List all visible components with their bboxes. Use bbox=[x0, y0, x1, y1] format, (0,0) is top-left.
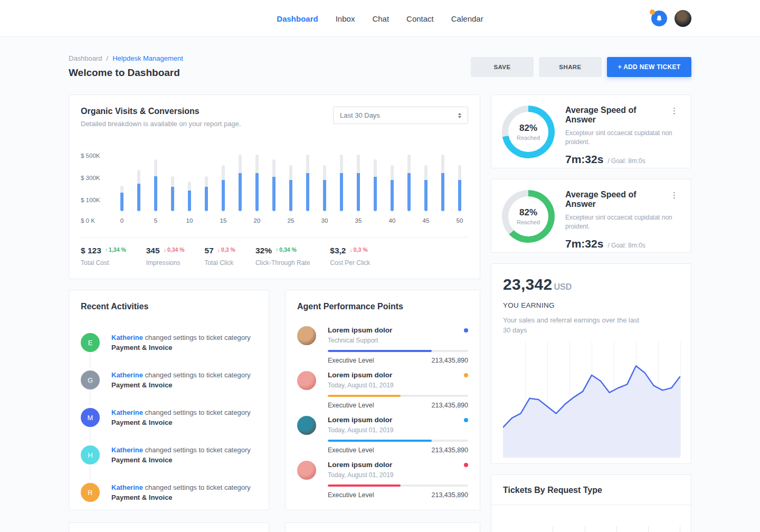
date-range-select[interactable]: Last 30 Days bbox=[333, 107, 468, 124]
bar-total bbox=[323, 165, 326, 211]
agent-name: Lorem ipsum dolor bbox=[328, 326, 392, 334]
user-avatar[interactable] bbox=[674, 10, 691, 27]
organic-stats-row: $ 123↑1,34 %Total Cost345↓0,34 %Impressi… bbox=[81, 237, 468, 267]
nav-item-contact[interactable]: Contact bbox=[406, 14, 434, 23]
recent-activities-card: Recent Activities EKatherine changed set… bbox=[69, 290, 269, 510]
activity-user-link[interactable]: Katherine bbox=[111, 483, 143, 491]
status-dot bbox=[464, 373, 468, 377]
bar-chart-y-axis: $ 500K$ 300K$ 100K$ 0 K bbox=[81, 141, 113, 226]
agent-name: Lorem ipsum dolor bbox=[328, 461, 392, 469]
earnings-label: YOU EARNING bbox=[503, 301, 679, 309]
stat-label: Click-Through Rate bbox=[255, 259, 310, 267]
share-button[interactable]: SHARE bbox=[539, 57, 602, 77]
activity-item: MKatherine changed settings to ticket ca… bbox=[81, 407, 257, 428]
notifications-button[interactable] bbox=[651, 11, 667, 26]
agent-subtitle: Technical Support bbox=[328, 337, 468, 344]
earnings-gridline bbox=[680, 341, 681, 454]
activity-text: Katherine changed settings to ticket cat… bbox=[111, 482, 251, 502]
bar-value bbox=[154, 176, 157, 211]
agent-points: 213,435,890 bbox=[431, 491, 468, 499]
activity-target: Payment & Invoice bbox=[111, 343, 251, 353]
arrow-down-icon: ↓ bbox=[164, 246, 166, 253]
agent-progress-track bbox=[328, 395, 468, 397]
agent-level-label: Executive Level bbox=[328, 491, 374, 499]
save-button[interactable]: SAVE bbox=[471, 57, 534, 77]
bar-value bbox=[120, 193, 124, 211]
agent-item: Lorem ipsum dolorToday, August 01, 2019E… bbox=[297, 416, 468, 454]
tickets-by-request-type-card: Tickets By Request Type bbox=[491, 474, 691, 532]
nav-item-dashboard[interactable]: Dashboard bbox=[277, 14, 318, 23]
agent-points: 213,435,890 bbox=[431, 357, 468, 364]
bar-value bbox=[239, 173, 242, 211]
agent-progress-fill bbox=[328, 395, 401, 397]
agent-progress-fill bbox=[328, 350, 432, 352]
earnings-area-chart bbox=[503, 341, 679, 458]
bar-value bbox=[255, 173, 259, 211]
agent-performance-list: Lorem ipsum dolorTechnical SupportExecut… bbox=[297, 326, 468, 499]
bar-total bbox=[441, 155, 444, 211]
bar-total bbox=[340, 155, 343, 211]
activity-target: Payment & Invoice bbox=[111, 455, 251, 465]
agent-name: Lorem ipsum dolor bbox=[328, 416, 392, 424]
stat-delta-value: 0,34 % bbox=[279, 246, 297, 253]
activity-user-link[interactable]: Katherine bbox=[111, 371, 143, 379]
stat-block: $3,2↓0,3 %Cost Per Click bbox=[330, 246, 370, 267]
stat-delta: ↑0,34 % bbox=[276, 246, 297, 253]
bar-total bbox=[306, 155, 309, 211]
organic-bar-chart: $ 500K$ 300K$ 100K$ 0 K 0510152025303540… bbox=[81, 141, 468, 226]
y-axis-tick: $ 100K bbox=[81, 197, 100, 203]
agent-name: Lorem ipsum dolor bbox=[328, 371, 392, 379]
tickets-gridline bbox=[680, 526, 680, 532]
arrow-down-icon: ↓ bbox=[349, 246, 352, 253]
activity-user-link[interactable]: Katherine bbox=[111, 334, 143, 341]
bar-total bbox=[137, 170, 140, 211]
tickets-gridline bbox=[553, 526, 553, 532]
average-speed-card: 82%ReachedAverage Speed of Answer⋮Except… bbox=[491, 94, 691, 168]
activity-text: Katherine changed settings to ticket cat… bbox=[111, 370, 251, 390]
breadcrumb-separator: / bbox=[107, 54, 109, 62]
kebab-menu-icon[interactable]: ⋮ bbox=[668, 190, 680, 200]
bar-total bbox=[222, 165, 225, 211]
x-axis-tick: 45 bbox=[423, 217, 430, 225]
bar-slot: 35 bbox=[350, 141, 367, 226]
organic-visits-card: Organic Visits & Conversions Detailed br… bbox=[69, 94, 480, 279]
activity-user-link[interactable]: Katherine bbox=[111, 408, 143, 416]
bar-slot: 30 bbox=[316, 141, 333, 226]
agent-item: Lorem ipsum dolorToday, August 01, 2019E… bbox=[297, 461, 468, 499]
bar-chart-plot: 05101520253035404550 bbox=[113, 141, 468, 226]
stat-value: 57 bbox=[205, 246, 214, 255]
agent-performance-card: Agent Performance Points Lorem ipsum dol… bbox=[285, 290, 480, 510]
earnings-card: 23,342 USD YOU EARNING Your sales and re… bbox=[491, 263, 691, 464]
speed-percent-caption: Reached bbox=[517, 135, 540, 141]
breadcrumb-current[interactable]: Helpdesk Management bbox=[112, 54, 183, 62]
breadcrumb-parent[interactable]: Dashboard bbox=[69, 54, 102, 62]
stat-delta: ↓0,34 % bbox=[164, 246, 185, 253]
activity-user-link[interactable]: Katherine bbox=[111, 446, 143, 454]
kebab-menu-icon[interactable]: ⋮ bbox=[668, 106, 680, 116]
bar-total bbox=[357, 155, 360, 211]
agent-points: 213,435,890 bbox=[431, 446, 468, 454]
agent-points: 213,435,890 bbox=[431, 402, 468, 409]
bar-slot: 5 bbox=[147, 141, 164, 226]
stat-delta-value: 1,34 % bbox=[109, 246, 126, 253]
nav-item-inbox[interactable]: Inbox bbox=[336, 14, 355, 23]
activity-target: Payment & Invoice bbox=[111, 492, 251, 502]
activity-text: Katherine changed settings to ticket cat… bbox=[111, 445, 251, 465]
nav-item-chat[interactable]: Chat bbox=[372, 14, 389, 23]
bar-slot bbox=[198, 141, 215, 226]
x-axis-tick: 15 bbox=[220, 217, 227, 225]
bar-slot: 10 bbox=[181, 141, 198, 226]
earnings-currency: USD bbox=[554, 282, 572, 292]
recent-activities-list: EKatherine changed settings to ticket ca… bbox=[81, 332, 257, 502]
bar-slot: 25 bbox=[282, 141, 299, 226]
bar-slot: 40 bbox=[384, 141, 401, 226]
agent-subtitle: Today, August 01, 2019 bbox=[328, 471, 468, 479]
activity-target: Payment & Invoice bbox=[111, 417, 251, 428]
arrow-up-icon: ↑ bbox=[105, 246, 108, 253]
stat-label: Total Click bbox=[205, 259, 235, 267]
speed-time-value: 7m:32s bbox=[565, 153, 603, 166]
nav-item-calendar[interactable]: Calendar bbox=[451, 14, 483, 23]
add-new-ticket-button[interactable]: + ADD NEW TICKET bbox=[607, 57, 691, 77]
stat-value: $ 123 bbox=[81, 246, 101, 255]
speed-percent: 82% bbox=[519, 123, 537, 134]
